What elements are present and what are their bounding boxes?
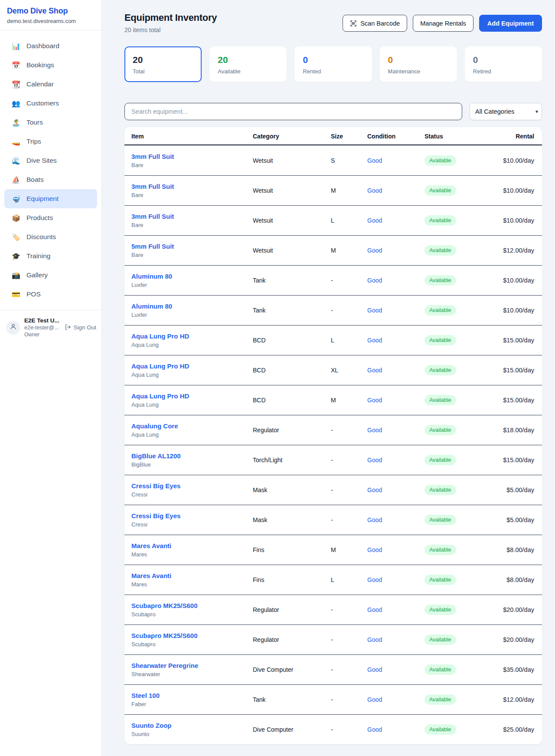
sidebar-item[interactable]: 📆 Calendar — [4, 75, 97, 94]
table-row[interactable]: Mares Avanti Mares Fins M Good Available… — [124, 535, 542, 565]
item-name-link[interactable]: Aqua Lung Pro HD — [131, 332, 253, 340]
item-name-link[interactable]: Cressi Big Eyes — [131, 512, 253, 519]
item-name-link[interactable]: Aqua Lung Pro HD — [131, 362, 253, 370]
item-condition-link[interactable]: Good — [367, 486, 424, 493]
item-name-link[interactable]: Aqualung Core — [131, 422, 253, 430]
table-row[interactable]: 3mm Full Suit Bare Wetsuit M Good Availa… — [124, 175, 542, 205]
item-category: Fins — [253, 546, 331, 553]
shop-name[interactable]: Demo Dive Shop — [7, 7, 95, 16]
sidebar-item[interactable]: 🏝️ Tours — [4, 113, 97, 132]
status-badge: Available — [424, 694, 456, 705]
status-badge: Available — [424, 455, 456, 465]
table-row[interactable]: Aqua Lung Pro HD Aqua Lung BCD L Good Av… — [124, 325, 542, 355]
sidebar-item[interactable]: 📸 Gallery — [4, 266, 97, 285]
table-row[interactable]: Scubapro MK25/S600 Scubapro Regulator - … — [124, 625, 542, 654]
item-name-link[interactable]: Aluminum 80 — [131, 273, 253, 280]
item-name-link[interactable]: Scubapro MK25/S600 — [131, 602, 253, 609]
item-condition-link[interactable]: Good — [367, 187, 424, 194]
sidebar-item[interactable]: 🎓 Training — [4, 247, 97, 266]
item-condition-link[interactable]: Good — [367, 397, 424, 404]
table-row[interactable]: Mares Avanti Mares Fins L Good Available… — [124, 565, 542, 595]
sidebar-item[interactable]: 🏷️ Discounts — [4, 227, 97, 247]
stat-card[interactable]: 20 Available — [209, 46, 287, 82]
item-condition-link[interactable]: Good — [367, 636, 424, 643]
sidebar-item[interactable]: 📦 Products — [4, 208, 97, 227]
table-row[interactable]: 3mm Full Suit Bare Wetsuit S Good Availa… — [124, 145, 542, 175]
add-equipment-button[interactable]: Add Equipment — [479, 15, 542, 32]
search-input[interactable] — [124, 103, 462, 120]
table-row[interactable]: Shearwater Peregrine Shearwater Dive Com… — [124, 654, 542, 684]
table-row[interactable]: Aluminum 80 Luxfer Tank - Good Available… — [124, 295, 542, 325]
status-badge: Available — [424, 634, 456, 645]
item-condition-link[interactable]: Good — [367, 427, 424, 434]
item-name-link[interactable]: BigBlue AL1200 — [131, 452, 253, 460]
sidebar-item[interactable]: 📊 Dashboard — [4, 36, 97, 56]
item-condition-link[interactable]: Good — [367, 696, 424, 703]
item-condition-link[interactable]: Good — [367, 666, 424, 673]
item-condition-link[interactable]: Good — [367, 337, 424, 344]
sidebar-item[interactable]: 💳 POS — [4, 285, 97, 304]
stat-card[interactable]: 20 Total — [124, 46, 202, 82]
table-row[interactable]: Aqualung Core Aqua Lung Regulator - Good… — [124, 415, 542, 445]
table-row[interactable]: BigBlue AL1200 BigBlue Torch/Light - Goo… — [124, 445, 542, 475]
sidebar-item[interactable]: 🤿 Equipment — [4, 189, 97, 208]
item-condition-link[interactable]: Good — [367, 726, 424, 733]
item-condition-link[interactable]: Good — [367, 307, 424, 314]
table-row[interactable]: 5mm Full Suit Bare Wetsuit M Good Availa… — [124, 235, 542, 265]
nav-item-icon: 👥 — [11, 99, 21, 108]
table-row[interactable]: Aluminum 80 Luxfer Tank - Good Available… — [124, 265, 542, 295]
stat-card[interactable]: 0 Maintenance — [380, 46, 457, 82]
table-row[interactable]: Cressi Big Eyes Cressi Mask - Good Avail… — [124, 505, 542, 535]
item-condition-link[interactable]: Good — [367, 576, 424, 583]
item-condition-link[interactable]: Good — [367, 546, 424, 553]
stat-card[interactable]: 0 Retired — [465, 46, 542, 82]
manage-rentals-button[interactable]: Manage Rentals — [413, 15, 473, 32]
item-condition-link[interactable]: Good — [367, 217, 424, 224]
item-cell: 3mm Full Suit Bare — [131, 153, 253, 168]
item-condition-link[interactable]: Good — [367, 157, 424, 164]
item-name-link[interactable]: Suunto Zoop — [131, 722, 253, 729]
item-size: - — [331, 307, 367, 314]
table-row[interactable]: 3mm Full Suit Bare Wetsuit L Good Availa… — [124, 205, 542, 235]
table-row[interactable]: Aqua Lung Pro HD Aqua Lung BCD M Good Av… — [124, 385, 542, 415]
item-name-link[interactable]: 5mm Full Suit — [131, 243, 253, 250]
table-row[interactable]: Steel 100 Faber Tank - Good Available $1… — [124, 684, 542, 714]
item-condition-link[interactable]: Good — [367, 516, 424, 523]
item-rental-rate: $15.00/day — [478, 397, 534, 404]
item-name-link[interactable]: 3mm Full Suit — [131, 183, 253, 190]
item-name-link[interactable]: 3mm Full Suit — [131, 153, 253, 160]
sidebar-item[interactable]: 📅 Bookings — [4, 56, 97, 75]
status-badge: Available — [424, 185, 456, 196]
sidebar-item[interactable]: ⛵ Boats — [4, 170, 97, 189]
item-brand: Faber — [131, 701, 253, 707]
item-name-link[interactable]: Aluminum 80 — [131, 302, 253, 310]
item-condition-link[interactable]: Good — [367, 367, 424, 374]
item-condition-link[interactable]: Good — [367, 457, 424, 463]
table-row[interactable]: Cressi Big Eyes Cressi Mask - Good Avail… — [124, 475, 542, 505]
item-name-link[interactable]: Mares Avanti — [131, 572, 253, 579]
user-role: Owner — [24, 332, 59, 338]
item-name-link[interactable]: Cressi Big Eyes — [131, 482, 253, 490]
item-name-link[interactable]: Scubapro MK25/S600 — [131, 632, 253, 639]
item-condition-link[interactable]: Good — [367, 247, 424, 254]
item-name-link[interactable]: Shearwater Peregrine — [131, 662, 253, 669]
stat-card[interactable]: 0 Rented — [294, 46, 372, 82]
item-size: L — [331, 576, 367, 583]
table-row[interactable]: Suunto Zoop Suunto Dive Computer - Good … — [124, 714, 542, 744]
table-row[interactable]: Scubapro MK25/S600 Scubapro Regulator - … — [124, 595, 542, 625]
item-status-cell: Available — [424, 455, 478, 465]
item-name-link[interactable]: Mares Avanti — [131, 542, 253, 549]
item-name-link[interactable]: Steel 100 — [131, 692, 253, 699]
table-row[interactable]: Aqua Lung Pro HD Aqua Lung BCD XL Good A… — [124, 355, 542, 385]
sidebar-item[interactable]: 🚤 Trips — [4, 132, 97, 151]
item-name-link[interactable]: 3mm Full Suit — [131, 213, 253, 220]
scan-barcode-button[interactable]: Scan Barcode — [343, 15, 407, 32]
item-condition-link[interactable]: Good — [367, 606, 424, 613]
item-condition-link[interactable]: Good — [367, 277, 424, 284]
category-filter-select[interactable]: All Categories — [470, 103, 542, 120]
sign-out-button[interactable]: Sign Out — [65, 324, 97, 332]
sidebar-item[interactable]: 👥 Customers — [4, 94, 97, 113]
item-name-link[interactable]: Aqua Lung Pro HD — [131, 392, 253, 400]
sidebar-item[interactable]: 🌊 Dive Sites — [4, 151, 97, 170]
item-category: Torch/Light — [253, 457, 331, 463]
